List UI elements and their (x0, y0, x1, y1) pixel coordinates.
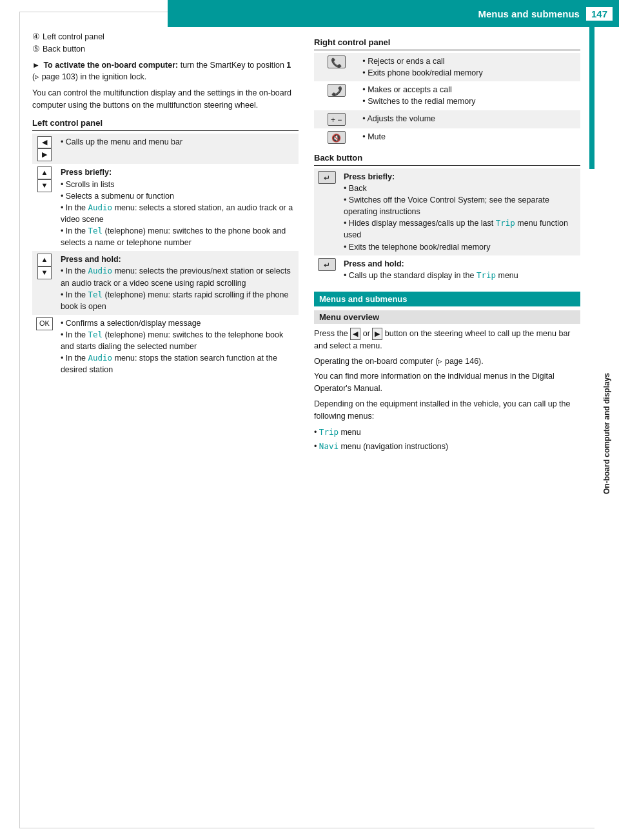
td-reject: • Rejects or ends a call • Exits phone b… (359, 53, 580, 81)
icon-cell-back1: ↵ (314, 168, 340, 255)
press-hold-label: Press and hold: (61, 254, 295, 265)
icon-cell-mute: 🔇 (314, 128, 359, 146)
inline-btn-left: ◀ (350, 328, 360, 340)
main-content: ④ Left control panel ⑤ Back button ► To … (32, 31, 580, 453)
back-ph-item1: • Calls up the standard display in the T… (344, 270, 576, 281)
back-button-heading: Back button (314, 153, 580, 166)
bullet-dot: • (61, 137, 66, 146)
btn-ok: OK (36, 317, 53, 330)
code-trip3: Trip (319, 427, 339, 437)
back-press-hold-label: Press and hold: (344, 258, 576, 270)
table-row: OK • Confirms a selection/display messag… (32, 315, 299, 379)
item-5-text: Back button (43, 43, 85, 55)
sidebar-label-text: On-board computer and displays (602, 373, 611, 494)
numbered-item-4: ④ Left control panel (32, 31, 299, 43)
phone-end-icon: 📞 (328, 55, 346, 68)
back-pb-item2: • Switches off the Voice Control System;… (344, 194, 576, 217)
header-title: Menus and submenus (478, 8, 580, 19)
header-bar: Menus and submenus 147 (168, 0, 619, 27)
code-tel1: Tel (88, 226, 103, 235)
menu-bar-text: Calls up the menu and menu bar (66, 137, 182, 146)
num-4: ④ (32, 31, 40, 43)
icon-cell-volume: + − (314, 110, 359, 128)
table-row: 📞 • Makes or accepts a call • Switches t… (314, 81, 580, 110)
back-icon1: ↵ (318, 171, 336, 184)
ok-item1: • Confirms a selection/display message (61, 317, 295, 329)
inline-btn-right: ▶ (372, 328, 382, 340)
table-row: 📞 • Rejects or ends a call • Exits phone… (314, 53, 580, 81)
teal-banner: Menus and submenus (314, 292, 580, 306)
code-audio3: Audio (88, 353, 113, 363)
volume-icon: + − (328, 113, 346, 126)
code-trip1: Trip (496, 218, 515, 228)
bottom-para2: Operating the on-board computer (▹ page … (314, 355, 580, 368)
pb-item1: • Scrolls in lists (61, 179, 295, 190)
icon-cell-accept: 📞 (314, 81, 359, 110)
btn-cell-nav: ◀ ▶ (32, 134, 57, 165)
left-column: ④ Left control panel ⑤ Back button ► To … (32, 31, 299, 453)
btn-up1: ▲ (37, 166, 52, 179)
arrow-sym: ► (32, 61, 40, 70)
table-row: ◀ ▶ • Calls up the menu and menu bar (32, 134, 299, 165)
td-back-briefly: Press briefly: • Back • Switches off the… (340, 168, 580, 255)
code-navi: Navi (319, 441, 339, 451)
arrow-instruction-label: To activate the on-board computer: (43, 61, 178, 70)
code-trip2: Trip (477, 270, 496, 280)
ph-item2: • In the Tel (telephone) menu: starts ra… (61, 289, 295, 312)
table-row: + − • Adjusts the volume (314, 110, 580, 128)
intro-text: You can control the multifunction displa… (32, 87, 299, 112)
btn-down1: ▼ (37, 179, 52, 192)
numbered-item-5: ⑤ Back button (32, 43, 299, 55)
table-row: ▲ ▼ Press briefly: • Scrolls in lists • … (32, 164, 299, 251)
code-audio1: Audio (88, 203, 113, 212)
bottom-menu-navi: • Navi menu (navigation instructions) (314, 440, 580, 453)
icon-cell-back2: ↵ (314, 255, 340, 284)
back-button-section: Back button ↵ Press briefly: • Back • Sw… (314, 153, 580, 284)
table-row: 🔇 • Mute (314, 128, 580, 146)
code-audio2: Audio (88, 266, 113, 275)
back-pb-item4: • Exits the telephone book/redial memory (344, 241, 576, 253)
sidebar-label: On-board computer and displays (594, 27, 619, 840)
bottom-para4: Depending on the equipment installed in … (314, 398, 580, 423)
btn-cell-updown2: ▲ ▼ (32, 251, 57, 315)
table-row: ↵ Press briefly: • Back • Switches off t… (314, 168, 580, 255)
bottom-para1: Press the ◀ or ▶ button on the steering … (314, 328, 580, 353)
right-control-table: 📞 • Rejects or ends a call • Exits phone… (314, 53, 580, 146)
phone-accept-icon: 📞 (328, 84, 346, 97)
page-border-left (19, 12, 20, 828)
mute-item1: • Mute (362, 131, 576, 143)
back-button-table: ↵ Press briefly: • Back • Switches off t… (314, 168, 580, 284)
volume-item1: • Adjusts the volume (362, 113, 576, 125)
td-press-briefly: Press briefly: • Scrolls in lists • Sele… (57, 164, 299, 251)
pb-item4: • In the Tel (telephone) menu: switches … (61, 225, 295, 248)
icon-cell-reject: 📞 (314, 53, 359, 81)
num-5: ⑤ (32, 43, 40, 55)
accept-item2: • Switches to the redial memory (362, 95, 576, 107)
bottom-para3: You can find more information on the ind… (314, 370, 580, 395)
table-row: ↵ Press and hold: • Calls up the standar… (314, 255, 580, 284)
btn-cell-ok: OK (32, 315, 57, 379)
btn-cell-updown1: ▲ ▼ (32, 164, 57, 251)
btn-left: ◀ (37, 136, 52, 149)
back-icon2: ↵ (318, 258, 336, 271)
left-control-table: ◀ ▶ • Calls up the menu and menu bar ▲ ▼ (32, 134, 299, 379)
td-back-hold: Press and hold: • Calls up the standard … (340, 255, 580, 284)
td-accept: • Makes or accepts a call • Switches to … (359, 81, 580, 110)
btn-right: ▶ (37, 148, 52, 161)
press-briefly-label: Press briefly: (61, 166, 295, 178)
td-mute: • Mute (359, 128, 580, 146)
right-panel-heading: Right control panel (314, 37, 580, 50)
btn-down2: ▼ (37, 266, 52, 279)
td-menu-bar: • Calls up the menu and menu bar (57, 134, 299, 165)
ok-item3: • In the Audio menu: stops the station s… (61, 352, 295, 375)
two-column-layout: ④ Left control panel ⑤ Back button ► To … (32, 31, 580, 453)
sidebar-color-bar (589, 27, 594, 169)
td-press-hold: Press and hold: • In the Audio menu: sel… (57, 251, 299, 315)
td-ok: • Confirms a selection/display message •… (57, 315, 299, 379)
code-tel2: Tel (88, 290, 103, 299)
item-4-text: Left control panel (43, 31, 104, 43)
pb-item3: • In the Audio menu: selects a stored st… (61, 202, 295, 225)
ph-item1: • In the Audio menu: selects the previou… (61, 265, 295, 288)
arrow-instruction: ► To activate the on-board computer: tur… (32, 59, 299, 84)
mute-icon: 🔇 (328, 131, 346, 144)
